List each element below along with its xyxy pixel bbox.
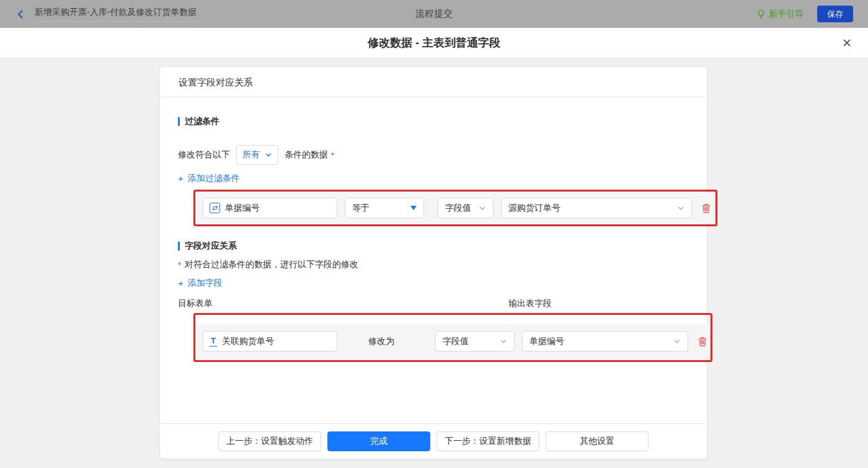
close-icon: ✕ [842,36,852,50]
operator-select[interactable]: 等于 [345,198,424,218]
add-filter-condition-link[interactable]: + 添加过滤条件 [178,174,240,183]
chevron-left-icon [15,9,26,20]
value-type-value: 字段值 [445,203,471,214]
mapping-section-title: 字段对应关系 [178,241,689,251]
value-field-select[interactable]: 源购货订单号 [501,198,692,218]
caret-down-icon [410,206,417,210]
save-button[interactable]: 保存 [817,6,853,22]
operator-value: 等于 [352,203,370,214]
mapping-value-field-select[interactable]: 单据编号 [522,331,688,351]
back-button[interactable] [15,9,26,20]
required-asterisk: * [331,151,334,160]
done-button[interactable]: 完成 [327,431,430,451]
target-field-value: 关联购货单号 [222,336,274,347]
prev-step-button[interactable]: 上一步：设置触发动作 [218,431,321,451]
match-suffix-label: 条件的数据 [285,149,328,161]
text-field-icon: T [210,337,217,347]
chevron-down-icon [673,338,681,345]
section-marker [178,117,180,126]
add-filter-label: 添加过滤条件 [188,173,240,184]
match-scope-value: 所有 [242,149,260,161]
filter-condition-highlight: ⇄ 单据编号 等于 字段值 源购货订单号 [193,190,717,226]
plus-icon: + [178,279,184,288]
plus-icon: + [178,174,184,183]
delete-filter-button[interactable] [701,203,712,214]
output-field-label: 输出表字段 [508,298,552,309]
workflow-title[interactable]: 新增采购开票-入库-付款及修改订货单数据 [35,7,197,22]
trash-icon [701,203,712,214]
serial-number-field-icon: ⇄ [210,203,220,213]
match-scope-select[interactable]: 所有 [236,145,278,165]
chevron-down-icon [677,205,684,212]
guide-button[interactable]: 新手引导 [756,9,804,20]
mapping-value-type-value: 字段值 [443,336,469,347]
filter-field-value: 单据编号 [225,203,260,214]
other-settings-button[interactable]: 其他设置 [546,431,649,451]
mapping-description-row: * 对符合过滤条件的数据，进行以下字段的修改 [178,260,689,270]
settings-card: 设置字段对应关系 过滤条件 修改符合以下 所有 条件的数据 * + [160,67,707,459]
add-field-label: 添加字段 [188,278,223,289]
required-asterisk: * [178,260,181,270]
mapping-value-type-select[interactable]: 字段值 [435,331,515,351]
mapping-description: 对符合过滤条件的数据，进行以下字段的修改 [185,259,358,270]
topbar: 新增采购开票-入库-付款及修改订货单数据 流程提交 新手引导 保存 [0,0,868,28]
filter-section-title: 过滤条件 [178,117,689,126]
mapping-section-label: 字段对应关系 [185,241,237,252]
value-type-select[interactable]: 字段值 [438,198,494,218]
match-prefix-label: 修改符合以下 [178,149,230,161]
chevron-down-icon [500,338,507,345]
modify-to-label: 修改为 [368,336,397,347]
filter-field-input[interactable]: ⇄ 单据编号 [203,198,337,218]
target-field-input[interactable]: T 关联购货单号 [203,331,337,351]
mapping-value-field-value: 单据编号 [529,336,564,347]
filter-condition-row: ⇄ 单据编号 等于 字段值 源购货订单号 [197,193,714,223]
card-header-title: 设置字段对应关系 [160,67,707,97]
field-mapping-row: T 关联购货单号 修改为 字段值 单据编号 [197,324,709,359]
chevron-down-icon [265,151,272,159]
target-form-label: 目标表单 [178,298,213,308]
delete-mapping-button[interactable] [697,336,708,347]
guide-label: 新手引导 [769,9,804,20]
card-footer: 上一步：设置触发动作 完成 下一步：设置新增数据 其他设置 [160,423,707,459]
lightbulb-icon [756,9,766,19]
match-condition-row: 修改符合以下 所有 条件的数据 * [178,145,689,165]
close-button[interactable]: ✕ [842,28,852,58]
modal-header: 修改数据 - 主表到普通字段 ✕ [0,28,868,58]
value-field-value: 源购货订单号 [508,203,560,214]
add-field-link[interactable]: + 添加字段 [178,278,223,288]
modal-body: 设置字段对应关系 过滤条件 修改符合以下 所有 条件的数据 * + [0,58,868,468]
next-step-button[interactable]: 下一步：设置新增数据 [436,431,539,451]
chevron-down-icon [479,205,486,212]
field-mapping-highlight: T 关联购货单号 修改为 字段值 单据编号 [193,313,712,362]
mapping-column-headers: 目标表单 输出表字段 [178,298,689,307]
section-marker [178,242,180,250]
modal-title: 修改数据 - 主表到普通字段 [368,35,500,50]
trash-icon [697,336,708,347]
filter-section-label: 过滤条件 [185,116,219,127]
